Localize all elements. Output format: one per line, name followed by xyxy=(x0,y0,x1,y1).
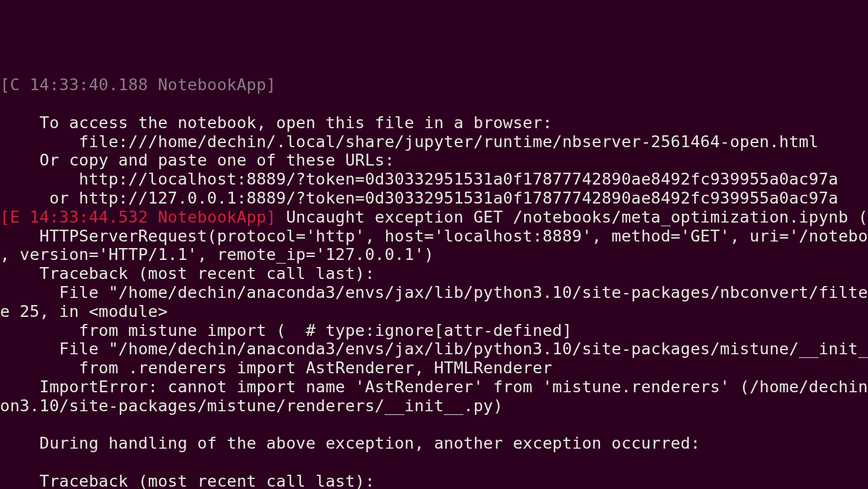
log-text: Traceback (most recent call last): xyxy=(0,472,375,489)
log-text: During handling of the above exception, … xyxy=(0,434,700,452)
log-text: http://localhost:8889/?token=0d303329515… xyxy=(0,170,838,188)
terminal-line: e 25, in <module> xyxy=(0,302,868,321)
log-text xyxy=(0,415,40,434)
terminal-line: Traceback (most recent call last): xyxy=(0,472,868,489)
log-text: Traceback (most recent call last): xyxy=(0,264,375,282)
log-text: ImportError: cannot import name 'AstRend… xyxy=(0,377,868,396)
log-text: HTTPServerRequest(protocol='http', host=… xyxy=(0,227,868,245)
log-text: File "/home/dechin/anaconda3/envs/jax/li… xyxy=(0,339,868,358)
terminal-line: File "/home/dechin/anaconda3/envs/jax/li… xyxy=(0,283,868,302)
terminal-line: To access the notebook, open this file i… xyxy=(0,113,868,132)
terminal-line: or http://127.0.0.1:8889/?token=0d303329… xyxy=(0,189,868,208)
terminal-line: from .renderers import AstRenderer, HTML… xyxy=(0,358,868,377)
error-timestamp: [E 14:33:44.532 NotebookApp] xyxy=(0,208,276,226)
log-text: or http://127.0.0.1:8889/?token=0d303329… xyxy=(0,189,838,207)
terminal-line: HTTPServerRequest(protocol='http', host=… xyxy=(0,227,868,246)
log-text xyxy=(0,94,10,113)
terminal-line xyxy=(0,415,868,434)
terminal-line: , version='HTTP/1.1', remote_ip='127.0.0… xyxy=(0,245,868,264)
log-text: To access the notebook, open this file i… xyxy=(0,113,553,132)
terminal-line: http://localhost:8889/?token=0d303329515… xyxy=(0,170,868,189)
log-text: , version='HTTP/1.1', remote_ip='127.0.0… xyxy=(0,245,434,263)
terminal-line: Or copy and paste one of these URLs: xyxy=(0,151,868,170)
terminal-line: file:///home/dechin/.local/share/jupyter… xyxy=(0,132,868,151)
log-text xyxy=(0,453,40,471)
terminal-line: from mistune import ( # type:ignore[attr… xyxy=(0,321,868,340)
terminal-line: File "/home/dechin/anaconda3/envs/jax/li… xyxy=(0,339,868,358)
terminal-line: During handling of the above exception, … xyxy=(0,434,868,453)
terminal-line: ImportError: cannot import name 'AstRend… xyxy=(0,377,868,396)
log-text: Uncaught exception GET /notebooks/meta_o… xyxy=(276,208,868,226)
terminal-output[interactable]: [C 14:33:40.188 NotebookApp] To access t… xyxy=(0,75,868,489)
log-text: from mistune import ( # type:ignore[attr… xyxy=(0,321,572,339)
terminal-line: [E 14:33:44.532 NotebookApp] Uncaught ex… xyxy=(0,208,868,227)
log-text: e 25, in <module> xyxy=(0,302,168,320)
terminal-line: [C 14:33:40.188 NotebookApp] xyxy=(0,75,868,94)
log-text: on3.10/site-packages/mistune/renderers/_… xyxy=(0,396,503,415)
log-text: Or copy and paste one of these URLs: xyxy=(0,151,394,169)
log-text: from .renderers import AstRenderer, HTML… xyxy=(0,358,553,377)
log-text: file:///home/dechin/.local/share/jupyter… xyxy=(0,132,819,151)
terminal-line: Traceback (most recent call last): xyxy=(0,264,868,283)
terminal-line xyxy=(0,94,868,113)
terminal-line xyxy=(0,453,868,472)
terminal-line: on3.10/site-packages/mistune/renderers/_… xyxy=(0,396,868,415)
log-text: File "/home/dechin/anaconda3/envs/jax/li… xyxy=(0,283,868,301)
info-timestamp: [C 14:33:40.188 NotebookApp] xyxy=(0,75,276,94)
